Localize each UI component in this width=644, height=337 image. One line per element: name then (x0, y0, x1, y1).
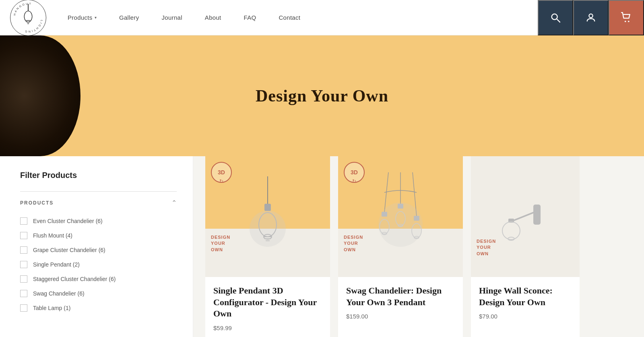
svg-point-14 (250, 211, 286, 247)
product-info-swag-chandelier: Swag Chandelier: Design Your Own 3 Penda… (338, 277, 463, 329)
product-price-hinge-sconce: $79.00 (479, 313, 572, 320)
filter-label-staggered-cluster: Staggered Cluster Chandelier (6) (33, 276, 116, 282)
product-price-single-pendant: $59.99 (213, 325, 322, 331)
product-image-hinge-sconce: DESIGNYOUROWN (471, 156, 580, 277)
hero-banner: Design Your Own (0, 35, 644, 156)
main-nav: Products ▾ Gallery Journal About FAQ Con… (56, 0, 538, 35)
svg-point-11 (628, 21, 630, 22)
chevron-down-icon: ▾ (95, 15, 97, 20)
filter-section-header: PRODUCTS ⌃ (20, 191, 177, 207)
svg-line-8 (557, 19, 560, 22)
filter-checkbox-even-cluster[interactable] (20, 217, 27, 225)
svg-rect-13 (264, 204, 271, 211)
design-badge-hinge-sconce: DESIGNYOUROWN (477, 238, 496, 257)
logo-area[interactable]: HANGOUT LIGHTING (0, 0, 56, 36)
svg-text:HANGOUT: HANGOUT (13, 2, 32, 16)
nav-contact[interactable]: Contact (267, 0, 312, 35)
filter-item-swag-chandelier[interactable]: Swag Chandelier (6) (20, 286, 177, 301)
rotate-arrow-icon-2: ↻ (352, 178, 356, 184)
search-icon (550, 12, 561, 23)
svg-point-7 (552, 14, 557, 19)
product-name-swag-chandelier: Swag Chandelier: Design Your Own 3 Penda… (346, 285, 455, 308)
pendant-lamp-illustration (244, 172, 292, 261)
sidebar-title: Filter Products (20, 171, 177, 180)
products-area: 3D ↻ (193, 156, 644, 337)
filter-checkbox-grape-cluster[interactable] (20, 246, 27, 254)
svg-point-10 (625, 21, 626, 22)
nav-gallery[interactable]: Gallery (108, 0, 151, 35)
filter-item-flush-mount[interactable]: Flush Mount (4) (20, 228, 177, 243)
product-card-swag-chandelier[interactable]: 3D ↻ (338, 156, 463, 337)
cart-button[interactable] (609, 0, 644, 35)
filter-label-table-lamp: Table Lamp (1) (33, 305, 70, 311)
nav-journal[interactable]: Journal (151, 0, 194, 35)
hinge-sconce-illustration (497, 172, 553, 261)
hero-title: Design Your Own (256, 86, 388, 105)
filter-item-single-pendant[interactable]: Single Pendant (2) (20, 257, 177, 272)
filter-list: Even Cluster Chandelier (6) Flush Mount … (20, 214, 177, 315)
filter-label-swag-chandelier: Swag Chandelier (6) (33, 290, 85, 297)
design-badge-single-pendant: DESIGNYOUROWN (211, 234, 230, 253)
filter-checkbox-single-pendant[interactable] (20, 261, 27, 268)
main-layout: Filter Products PRODUCTS ⌃ Even Cluster … (0, 156, 644, 337)
svg-point-9 (589, 14, 592, 17)
swag-chandelier-illustration (368, 168, 433, 265)
product-card-single-pendant[interactable]: 3D ↻ (205, 156, 330, 337)
filter-item-grape-cluster[interactable]: Grape Cluster Chandelier (6) (20, 243, 177, 257)
product-info-hinge-sconce: Hinge Wall Sconce: Design Your Own $79.0… (471, 277, 580, 329)
rotate-arrow-icon: ↻ (219, 178, 223, 184)
search-button[interactable] (538, 0, 573, 35)
filter-label-single-pendant: Single Pendant (2) (33, 261, 80, 268)
svg-line-34 (513, 213, 533, 221)
product-name-hinge-sconce: Hinge Wall Sconce: Design Your Own (479, 285, 572, 308)
product-image-single-pendant: 3D ↻ (205, 156, 330, 277)
logo: HANGOUT LIGHTING (10, 0, 46, 36)
nav-faq[interactable]: FAQ (233, 0, 268, 35)
header-icons (538, 0, 644, 35)
filter-section-label: PRODUCTS (20, 200, 54, 206)
filter-checkbox-table-lamp[interactable] (20, 304, 27, 312)
filter-checkbox-swag-chandelier[interactable] (20, 290, 27, 297)
filter-item-even-cluster[interactable]: Even Cluster Chandelier (6) (20, 214, 177, 228)
filter-label-flush-mount: Flush Mount (4) (33, 232, 72, 239)
filter-item-staggered-cluster[interactable]: Staggered Cluster Chandelier (6) (20, 272, 177, 286)
filter-collapse-toggle[interactable]: ⌃ (171, 199, 177, 207)
account-icon (585, 12, 597, 23)
cart-icon (621, 12, 632, 23)
product-card-hinge-sconce[interactable]: DESIGNYOUROWN Hinge Wall Sconce: Design … (471, 156, 580, 337)
filter-checkbox-flush-mount[interactable] (20, 232, 27, 239)
svg-point-32 (378, 203, 423, 247)
product-info-single-pendant: Single Pendant 3D Configurator - Design … (205, 277, 330, 337)
sidebar: Filter Products PRODUCTS ⌃ Even Cluster … (0, 156, 193, 337)
filter-item-table-lamp[interactable]: Table Lamp (1) (20, 301, 177, 315)
design-badge-swag-chandelier: DESIGNYOUROWN (344, 234, 363, 253)
3d-badge-swag-chandelier: 3D ↻ (344, 162, 365, 183)
account-button[interactable] (573, 0, 609, 35)
product-price-swag-chandelier: $159.00 (346, 313, 455, 320)
nav-about[interactable]: About (194, 0, 233, 35)
filter-checkbox-staggered-cluster[interactable] (20, 275, 27, 283)
product-name-single-pendant: Single Pendant 3D Configurator - Design … (213, 285, 322, 320)
filter-label-even-cluster: Even Cluster Chandelier (6) (33, 218, 103, 224)
filter-label-grape-cluster: Grape Cluster Chandelier (6) (33, 247, 105, 253)
nav-products[interactable]: Products ▾ (56, 0, 108, 35)
hero-bg-decoration (0, 35, 80, 156)
svg-rect-33 (533, 205, 541, 225)
header: HANGOUT LIGHTING Products ▾ Gallery Jour… (0, 0, 644, 35)
3d-badge-single-pendant: 3D ↻ (211, 162, 232, 183)
products-grid: 3D ↻ (205, 156, 632, 337)
product-image-swag-chandelier: 3D ↻ (338, 156, 463, 277)
